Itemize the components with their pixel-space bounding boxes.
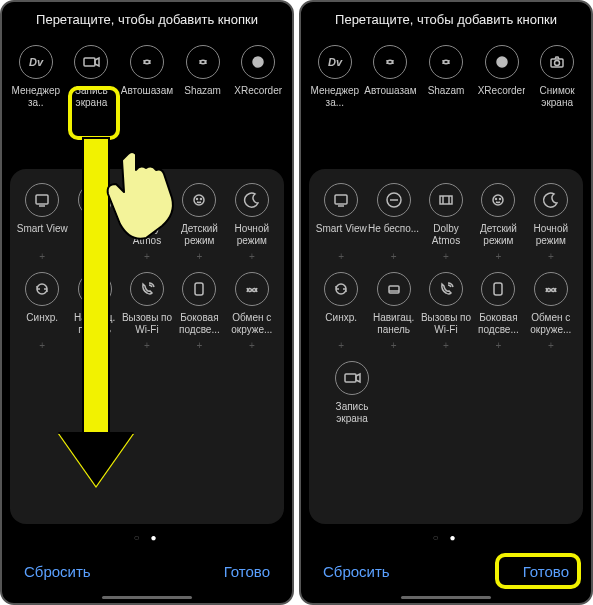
nav-handle[interactable]	[401, 596, 491, 599]
tile-label: Dolby Atmos	[420, 223, 472, 247]
share-icon	[542, 280, 560, 298]
tile-auto-shazam[interactable]: Автошазам	[120, 45, 174, 109]
tile-label: Запись экрана	[325, 401, 379, 425]
edge-icon	[190, 280, 208, 298]
tile-smartview[interactable]: Smart View	[315, 183, 367, 247]
svg-rect-5	[141, 196, 153, 204]
quick-panel: Smart View 6 Dolby Atmos Детский режим Н…	[10, 169, 284, 524]
tile-night[interactable]: Ночной режим	[226, 183, 278, 247]
tile-sync[interactable]: Синхр.	[315, 272, 367, 336]
tile-label: Запись экрана	[64, 85, 118, 109]
share-icon	[243, 280, 261, 298]
record-icon	[82, 53, 100, 71]
smartview-icon	[33, 191, 51, 209]
tile-edge[interactable]: Боковая подсве...	[173, 272, 225, 336]
dot-icon	[493, 53, 511, 71]
tile-label: Ночной режим	[226, 223, 278, 247]
tile-label: Shazam	[428, 85, 465, 97]
tile-share[interactable]: Обмен с окруже...	[525, 272, 577, 336]
sync-icon	[33, 280, 51, 298]
drag-arrow-head	[58, 434, 134, 488]
tile-label: XRecorder	[478, 85, 526, 97]
tile-label: Автошазам	[121, 85, 173, 97]
shazam-icon	[194, 53, 212, 71]
svg-point-19	[496, 199, 497, 200]
tile-manager[interactable]: Dv Менеджер за..	[9, 45, 63, 109]
moon-icon	[542, 191, 560, 209]
shazam-icon	[437, 53, 455, 71]
svg-text:Dv: Dv	[328, 56, 343, 68]
tile-label: Shazam	[184, 85, 221, 97]
wificall-icon	[437, 280, 455, 298]
tile-auto-shazam[interactable]: Автошазам	[363, 45, 417, 109]
tile-shazam[interactable]: Shazam	[176, 45, 230, 109]
svg-point-20	[500, 199, 501, 200]
tile-screen-record[interactable]: Запись экрана	[64, 45, 118, 109]
done-button[interactable]: Готово	[523, 563, 569, 580]
dv-icon: Dv	[326, 53, 344, 71]
phone-right: Перетащите, чтобы добавить кнопки DvМене…	[299, 0, 593, 605]
tile-night[interactable]: Ночной режим	[525, 183, 577, 247]
drop-slots-row: +++++	[315, 340, 577, 351]
footer: Сбросить Готово	[301, 551, 591, 594]
nav-handle[interactable]	[102, 596, 192, 599]
header-text: Перетащите, чтобы добавить кнопки	[2, 2, 292, 45]
done-button[interactable]: Готово	[224, 563, 270, 580]
svg-rect-10	[195, 283, 203, 295]
tile-label: Менеджер за...	[308, 85, 362, 109]
tile-label: Обмен с окруже...	[226, 312, 278, 336]
available-icons-row: DvМенеджер за... Автошазам Shazam XRecor…	[301, 45, 591, 109]
reset-button[interactable]: Сбросить	[323, 563, 390, 580]
svg-rect-15	[335, 195, 347, 204]
footer: Сбросить Готово	[2, 551, 292, 594]
tile-wificall[interactable]: Вызовы по Wi-Fi	[420, 272, 472, 336]
pager-dots[interactable]: ○ ●	[301, 532, 591, 543]
tile-label: Автошазам	[364, 85, 416, 97]
tile-label: Боковая подсве...	[472, 312, 524, 336]
tile-label: Боковая подсве...	[173, 312, 225, 336]
tile-wificall[interactable]: Вызовы по Wi-Fi	[121, 272, 173, 336]
tile-edge[interactable]: Боковая подсве...	[472, 272, 524, 336]
tile-dolby[interactable]: Dolby Atmos	[420, 183, 472, 247]
moon-icon	[243, 191, 261, 209]
tile-dolby[interactable]: Dolby Atmos	[121, 183, 173, 247]
tile-navpanel[interactable]: Навигац. панель	[367, 272, 419, 336]
tile-shazam[interactable]: Shazam	[419, 45, 473, 109]
svg-point-7	[197, 199, 198, 200]
tile-kids[interactable]: Детский режим	[472, 183, 524, 247]
tile-screen-record-placed[interactable]: Запись экрана	[325, 361, 379, 425]
tile-label: Синхр.	[26, 312, 58, 324]
tile-share[interactable]: Обмен с окруже...	[226, 272, 278, 336]
tile-manager[interactable]: DvМенеджер за...	[308, 45, 362, 109]
smartview-icon	[332, 191, 350, 209]
tile-label: Навигац. панель	[367, 312, 419, 336]
svg-rect-21	[389, 286, 399, 293]
svg-point-8	[201, 199, 202, 200]
tile-screenshot[interactable]: Снимок экрана	[530, 45, 584, 109]
tile-sync[interactable]: Синхр.	[16, 272, 68, 336]
tile-label: Вызовы по Wi-Fi	[420, 312, 472, 336]
svg-rect-3	[36, 195, 48, 204]
tile-xrecorder[interactable]: XRecorder	[231, 45, 285, 109]
dot-icon	[249, 53, 267, 71]
svg-point-2	[253, 57, 263, 67]
camera-icon	[548, 53, 566, 71]
pager-dots[interactable]: ○ ●	[2, 532, 292, 543]
sync-icon	[332, 280, 350, 298]
svg-text:Dv: Dv	[29, 56, 44, 68]
reset-button[interactable]: Сбросить	[24, 563, 91, 580]
svg-rect-22	[494, 283, 502, 295]
tile-kids[interactable]: Детский режим	[173, 183, 225, 247]
tile-label: Smart View	[316, 223, 367, 235]
tile-smartview[interactable]: Smart View	[16, 183, 68, 247]
quick-panel: Smart View Не беспо... Dolby Atmos Детск…	[309, 169, 583, 524]
tile-dnd[interactable]: Не беспо...	[367, 183, 419, 247]
tile-label: Менеджер за..	[9, 85, 63, 109]
svg-point-18	[493, 195, 503, 205]
tile-label: Smart View	[17, 223, 68, 235]
dolby-icon	[138, 191, 156, 209]
available-icons-row: Dv Менеджер за.. Запись экрана Автошазам…	[2, 45, 292, 109]
tile-xrecorder[interactable]: XRecorder	[475, 45, 529, 109]
shazam-icon	[138, 53, 156, 71]
header-text: Перетащите, чтобы добавить кнопки	[301, 2, 591, 45]
